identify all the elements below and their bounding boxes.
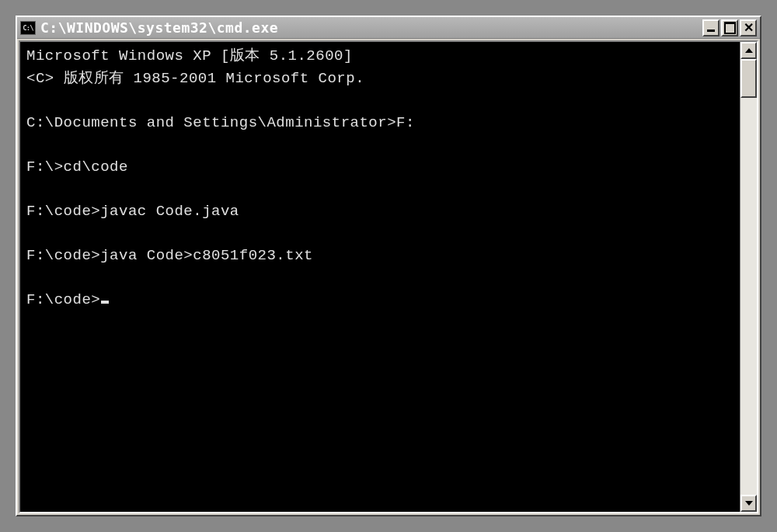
cmd-window: C:\ C:\WINDOWS\system32\cmd.exe ✕ Micros… bbox=[16, 16, 761, 516]
console-line: F:\code>javac Code.java bbox=[26, 203, 239, 220]
scroll-up-button[interactable] bbox=[740, 42, 757, 59]
vertical-scrollbar[interactable] bbox=[740, 42, 757, 512]
scroll-thumb[interactable] bbox=[740, 59, 757, 98]
console-line: F:\code>java Code>c8051f023.txt bbox=[26, 247, 313, 264]
console-line: <C> 版权所有 1985-2001 Microsoft Corp. bbox=[26, 70, 364, 87]
maximize-button[interactable] bbox=[721, 19, 738, 37]
window-controls: ✕ bbox=[702, 19, 757, 37]
scroll-down-button[interactable] bbox=[740, 495, 757, 512]
client-area: Microsoft Windows XP [版本 5.1.2600] <C> 版… bbox=[19, 40, 758, 513]
console-line: C:\Documents and Settings\Administrator>… bbox=[26, 114, 415, 131]
titlebar: C:\ C:\WINDOWS\system32\cmd.exe ✕ bbox=[17, 17, 760, 39]
cursor-icon bbox=[101, 301, 109, 304]
console-line: Microsoft Windows XP [版本 5.1.2600] bbox=[26, 47, 353, 64]
window-title: C:\WINDOWS\system32\cmd.exe bbox=[40, 19, 702, 36]
console-output[interactable]: Microsoft Windows XP [版本 5.1.2600] <C> 版… bbox=[20, 42, 740, 512]
console-line: F:\>cd\code bbox=[26, 158, 128, 176]
console-line: F:\code> bbox=[26, 291, 100, 308]
close-button[interactable]: ✕ bbox=[740, 19, 757, 37]
scroll-track[interactable] bbox=[740, 59, 757, 495]
app-icon: C:\ bbox=[20, 21, 36, 35]
minimize-button[interactable] bbox=[702, 19, 720, 37]
